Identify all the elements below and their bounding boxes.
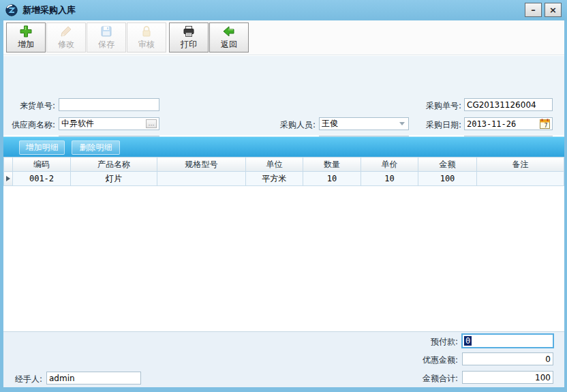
supplier-input[interactable]: 中异软件 … bbox=[59, 117, 159, 130]
buyer-label: 采购人员: bbox=[262, 119, 316, 131]
close-button[interactable]: × bbox=[545, 3, 562, 17]
delete-detail-button[interactable]: 删除明细 bbox=[72, 140, 120, 155]
table-row: 001-2 灯片 平方米 10 10 100 bbox=[4, 172, 564, 186]
cell-price[interactable]: 10 bbox=[361, 172, 418, 186]
edit-button-label: 修改 bbox=[58, 39, 74, 50]
supplier-label: 供应商名称: bbox=[3, 119, 55, 131]
col-header-amount[interactable]: 金额 bbox=[418, 157, 477, 172]
col-header-product-name[interactable]: 产品名称 bbox=[71, 157, 157, 172]
cell-product-name[interactable]: 灯片 bbox=[71, 172, 157, 186]
incoming-no-label: 来货单号: bbox=[3, 100, 55, 112]
window-title: 新增采购入库 bbox=[22, 4, 76, 16]
cell-qty[interactable]: 10 bbox=[303, 172, 361, 186]
incoming-no-input[interactable] bbox=[59, 98, 159, 111]
add-detail-button[interactable]: 增加明细 bbox=[19, 140, 65, 155]
total-label: 金额合计: bbox=[385, 373, 458, 385]
back-button[interactable]: 返回 bbox=[209, 22, 249, 52]
print-printer-icon bbox=[182, 25, 196, 38]
buyer-value: 王俊 bbox=[322, 118, 399, 130]
window-content: 增加 修改 保存 bbox=[3, 20, 564, 387]
minimize-button[interactable]: – bbox=[525, 3, 542, 17]
total-input[interactable] bbox=[462, 371, 553, 384]
back-arrow-icon bbox=[222, 25, 236, 38]
audit-lock-icon bbox=[140, 25, 153, 38]
purchase-no-input[interactable] bbox=[464, 98, 553, 111]
print-button-label: 打印 bbox=[181, 39, 197, 50]
purchase-no-label: 采购单号: bbox=[407, 100, 461, 112]
main-toolbar: 增加 修改 保存 bbox=[3, 20, 564, 55]
handler-label: 经手人: bbox=[3, 374, 42, 385]
purchase-date-label: 采购日期: bbox=[407, 119, 461, 131]
handler-input[interactable] bbox=[46, 372, 141, 385]
audit-button-label: 审核 bbox=[138, 39, 155, 50]
header-form: 来货单号: 采购单号: 供应商名称: 中异软件 … 采购人员: 王俊 采购日期:… bbox=[3, 56, 564, 135]
buyer-dropdown[interactable]: 王俊 bbox=[319, 117, 409, 130]
cell-spec[interactable] bbox=[157, 172, 246, 186]
app-logo-icon bbox=[5, 4, 18, 16]
grid-header-row: 编码 产品名称 规格型号 单位 数量 单价 金额 备注 bbox=[4, 157, 564, 172]
calendar-icon[interactable]: 7 bbox=[540, 119, 550, 129]
purchase-date-value: 2013-11-26 bbox=[467, 119, 540, 129]
purchase-inbound-window: 新增采购入库 – × 增加 修改 bbox=[0, 0, 567, 392]
row-selector-header bbox=[4, 157, 13, 172]
col-header-unit[interactable]: 单位 bbox=[246, 157, 303, 172]
row-selector-arrow-icon bbox=[6, 176, 10, 181]
discount-label: 优惠金额: bbox=[385, 355, 458, 366]
prepaid-selected-value: 0 bbox=[464, 336, 472, 346]
svg-text:7: 7 bbox=[544, 123, 547, 129]
purchase-date-input[interactable]: 2013-11-26 7 bbox=[464, 117, 553, 130]
chevron-down-icon bbox=[399, 122, 405, 125]
supplier-browse-button[interactable]: … bbox=[146, 119, 157, 128]
edit-button[interactable]: 修改 bbox=[46, 22, 86, 52]
titlebar: 新增采购入库 – × bbox=[0, 0, 567, 20]
col-header-price[interactable]: 单价 bbox=[361, 157, 418, 172]
back-button-label: 返回 bbox=[221, 39, 237, 50]
audit-button[interactable]: 审核 bbox=[127, 22, 166, 52]
row-selector-cell[interactable] bbox=[4, 172, 13, 186]
save-floppy-icon bbox=[99, 25, 113, 38]
add-button-label: 增加 bbox=[18, 39, 34, 50]
save-button-label: 保存 bbox=[98, 39, 114, 50]
add-button[interactable]: 增加 bbox=[6, 22, 46, 52]
col-header-remark[interactable]: 备注 bbox=[477, 157, 564, 172]
print-button[interactable]: 打印 bbox=[169, 22, 209, 52]
col-header-spec[interactable]: 规格型号 bbox=[157, 157, 246, 172]
prepaid-input[interactable]: 0 bbox=[461, 333, 554, 348]
detail-grid: 编码 产品名称 规格型号 单位 数量 单价 金额 备注 001-2 灯片 平方米… bbox=[3, 157, 564, 186]
cell-unit[interactable]: 平方米 bbox=[246, 172, 303, 186]
add-plus-icon bbox=[19, 25, 33, 38]
detail-toolbar: 增加明细 删除明细 bbox=[3, 136, 564, 157]
col-header-qty[interactable]: 数量 bbox=[303, 157, 361, 172]
totals-footer: 预付款: 0 优惠金额: 金额合计: 经手人: bbox=[3, 331, 564, 387]
supplier-value: 中异软件 bbox=[61, 118, 146, 130]
cell-amount[interactable]: 100 bbox=[418, 172, 477, 186]
save-button[interactable]: 保存 bbox=[87, 22, 126, 52]
discount-input[interactable] bbox=[462, 352, 553, 365]
cell-remark[interactable] bbox=[477, 172, 564, 186]
prepaid-label: 预付款: bbox=[385, 336, 458, 348]
col-header-code[interactable]: 编码 bbox=[13, 157, 71, 172]
edit-pencil-icon bbox=[59, 25, 73, 38]
cell-code[interactable]: 001-2 bbox=[13, 172, 71, 186]
